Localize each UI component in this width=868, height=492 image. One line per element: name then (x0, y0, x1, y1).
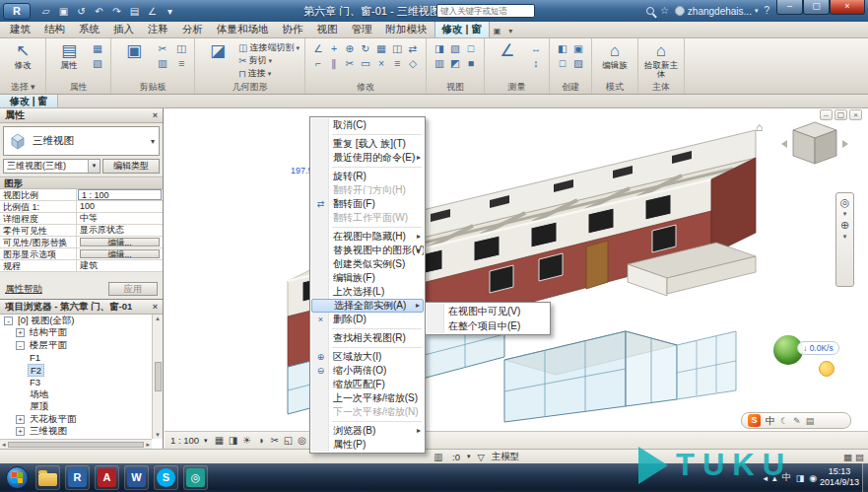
ribbon-tool-icon[interactable]: ◇ (405, 56, 421, 71)
ime-bar[interactable]: S 中 ☾✎▤ (741, 412, 851, 429)
taskbar-clock[interactable]: 15:13 2014/9/13 (820, 466, 859, 488)
revit-icon[interactable]: R (65, 465, 90, 490)
context-menu-item[interactable]: ×删除(D) (311, 313, 424, 326)
tree-expander-icon[interactable]: - (16, 341, 25, 350)
undo-icon[interactable]: ↶ (92, 4, 106, 19)
display-icon[interactable]: ◨ (796, 473, 805, 483)
instance-combo[interactable]: 三维视图(三维) ▾ (3, 159, 100, 174)
view-control-icon[interactable]: ▦ (213, 435, 227, 446)
context-menu-item[interactable]: 最近使用的命令(E)▸ (311, 151, 424, 165)
ribbon-tab[interactable]: 附加模块 (379, 21, 434, 37)
redo-icon[interactable]: ↷ (109, 4, 124, 19)
viewcube-home-icon[interactable]: ⌂ (756, 120, 763, 134)
property-value[interactable]: 建筑 (77, 260, 163, 271)
apply-button[interactable]: 应用 (108, 282, 158, 296)
combo-dropdown-icon[interactable]: ▾ (88, 160, 100, 173)
status-icon[interactable]: ▦ (843, 452, 852, 462)
tree-expander-icon[interactable]: + (16, 415, 25, 424)
ribbon-tool-icon[interactable]: ≡ (389, 56, 405, 71)
tree-node[interactable]: 场地 (0, 388, 152, 401)
minimize-button[interactable]: – (776, 0, 803, 15)
ribbon-text-button[interactable]: ◫连接端切割▾ (238, 41, 300, 54)
measure-icon[interactable]: ∠ (145, 4, 160, 19)
navigation-bar[interactable]: ◎▾⊕▾ (835, 192, 854, 287)
design-option-label[interactable]: 主模型 (492, 451, 520, 463)
context-menu-item[interactable]: ⇄翻转面(F) (311, 197, 424, 211)
ribbon-tool-icon[interactable]: + (326, 41, 342, 56)
weather-sun-icon[interactable] (819, 361, 835, 377)
tree-expander-icon[interactable]: - (4, 316, 13, 325)
ribbon-tab-contextual[interactable]: 修改 | 窗 (434, 20, 490, 37)
building-model[interactable]: 197.5 (165, 108, 868, 431)
ribbon-tool-icon[interactable]: ▭ (358, 56, 373, 71)
edit-button[interactable]: 编辑... (80, 238, 160, 246)
search-icon[interactable] (646, 7, 654, 15)
user-dropdown-icon[interactable]: ▾ (755, 7, 759, 15)
tree-node[interactable]: +结构平面 (0, 327, 152, 340)
close-button[interactable]: × (830, 0, 865, 15)
search-input[interactable] (437, 5, 534, 17)
context-menu-item[interactable]: 选择全部实例(A)▸ (311, 299, 424, 313)
teal-app-icon[interactable]: ◎ (183, 465, 208, 490)
tree-node[interactable]: F3 (0, 377, 152, 389)
ribbon-tab[interactable]: 管理 (345, 21, 379, 37)
ribbon-tool-icon[interactable]: ▦ (373, 41, 389, 56)
ribbon-big-button[interactable]: ⌂拾取新主体 (643, 41, 679, 79)
browser-vscrollbar[interactable]: ▴▾ (152, 315, 163, 439)
ribbon-tab[interactable]: 结构 (37, 21, 72, 37)
ribbon-tool-icon[interactable]: ▥ (155, 56, 170, 71)
ribbon-tool-icon[interactable]: ↔ (528, 41, 544, 56)
status-icon[interactable]: ▤ (855, 452, 864, 462)
dropdown-icon[interactable]: ▾ (163, 4, 177, 19)
tree-expander-icon[interactable]: + (16, 427, 25, 436)
up-icon[interactable]: ▴ (772, 473, 777, 483)
open-icon[interactable]: ▱ (38, 4, 53, 19)
tree-node[interactable]: +三维视图 (0, 426, 152, 439)
ribbon-tool-icon[interactable]: ▣ (570, 41, 586, 56)
scale-dropdown-icon[interactable]: ▾ (204, 437, 208, 445)
tree-node[interactable]: -[0] 视图(全部) (0, 315, 152, 327)
context-menu-item[interactable]: 重复 [载入 族](T) (311, 137, 424, 151)
ribbon-tool-icon[interactable]: ▧ (90, 56, 105, 71)
view-control-icon[interactable]: ◎ (296, 435, 309, 446)
context-menu-item[interactable]: 编辑族(F) (311, 271, 424, 285)
moon-icon[interactable]: ☾ (780, 416, 788, 426)
ribbon-text-button[interactable]: ✂剪切▾ (238, 54, 300, 67)
network-icon[interactable]: ◉ (809, 473, 817, 483)
ribbon-tool-icon[interactable]: ⇄ (405, 41, 421, 56)
ribbon-tool-icon[interactable]: ↻ (358, 41, 373, 56)
view-control-icon[interactable]: ◱ (282, 435, 296, 446)
context-menu-item[interactable]: 在视图中隐藏(H)▸ (311, 230, 424, 244)
ribbon-big-button[interactable]: ↖修改 (5, 41, 40, 70)
context-submenu-item[interactable]: 在视图中可见(V) (427, 304, 549, 318)
net-speed-widget[interactable]: ↓ 0.0K/s (773, 335, 856, 381)
start-button[interactable] (6, 466, 29, 489)
tree-node[interactable]: F2 (0, 364, 152, 377)
type-selector[interactable]: 三维视图 ▾ (3, 126, 160, 156)
sogou-logo-icon[interactable]: S (748, 414, 761, 427)
ribbon-tool-icon[interactable]: ◧ (555, 41, 570, 56)
context-submenu-item[interactable]: 在整个项目中(E) (427, 318, 549, 333)
ribbon-tool-icon[interactable]: ∠ (310, 41, 326, 56)
ribbon-tool-icon[interactable]: ⊕ (342, 41, 358, 56)
viewcube[interactable] (773, 114, 852, 176)
tree-node[interactable]: 屋顶 (0, 401, 152, 414)
ribbon-display-toggle-icon[interactable]: ▣ (490, 24, 505, 37)
print-icon[interactable]: ▤ (127, 4, 142, 19)
property-value[interactable]: 1 : 100 (78, 189, 162, 200)
ribbon-tab[interactable]: 视图 (310, 21, 345, 37)
view-control-icon[interactable]: ✂ (268, 435, 282, 446)
ribbon-tool-icon[interactable]: ⌐ (310, 56, 326, 71)
ribbon-tool-icon[interactable]: ◫ (173, 41, 189, 56)
properties-close-icon[interactable]: × (153, 110, 158, 120)
ribbon-tool-icon[interactable]: × (373, 56, 389, 71)
context-menu-item[interactable]: 创建类似实例(S) (311, 257, 424, 271)
context-menu-item[interactable]: 缩放匹配(F) (311, 378, 424, 391)
keyboard-icon[interactable]: ▤ (806, 416, 815, 426)
ribbon-big-button[interactable]: ∠ (490, 41, 525, 61)
maximize-button[interactable]: ▢ (803, 0, 830, 15)
tree-expander-icon[interactable]: + (16, 328, 25, 337)
context-menu-item[interactable]: 取消(C) (311, 118, 424, 132)
ribbon-big-button[interactable]: ◪ (200, 41, 235, 61)
context-menu-item[interactable]: 上一次平移/缩放(S) (311, 391, 424, 405)
